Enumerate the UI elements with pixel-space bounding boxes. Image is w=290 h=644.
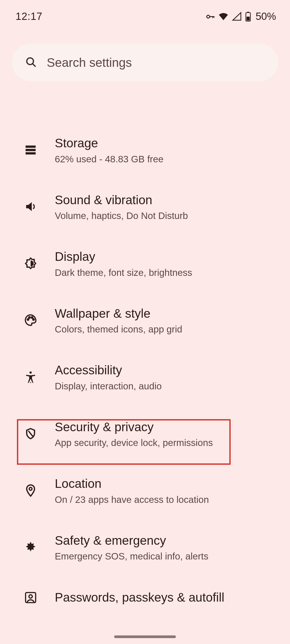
volume-icon [23, 199, 39, 215]
item-title: Safety & emergency [55, 533, 277, 548]
item-title: Passwords, passkeys & autofill [55, 590, 277, 605]
item-title: Storage [55, 136, 277, 151]
settings-item-wallpaper[interactable]: Wallpaper & style Colors, themed icons, … [0, 292, 290, 349]
vpn-key-icon [205, 11, 215, 22]
signal-icon [231, 11, 242, 22]
item-subtitle: Volume, haptics, Do Not Disturb [55, 210, 277, 221]
settings-item-accessibility[interactable]: Accessibility Display, interaction, audi… [0, 349, 290, 405]
settings-item-display[interactable]: Display Dark theme, font size, brightnes… [0, 235, 290, 292]
search-settings[interactable]: Search settings [12, 44, 278, 81]
settings-item-storage[interactable]: Storage 62% used - 48.83 GB free [0, 122, 290, 178]
status-time: 12:17 [16, 11, 42, 22]
svg-point-11 [31, 317, 33, 319]
brightness-icon [23, 255, 39, 272]
svg-point-9 [27, 319, 29, 320]
settings-item-location[interactable]: Location On / 23 apps have access to loc… [0, 462, 290, 519]
nav-handle[interactable] [114, 635, 176, 638]
item-title: Security & privacy [55, 419, 277, 435]
item-title: Wallpaper & style [55, 306, 277, 321]
settings-item-security[interactable]: Security & privacy App security, device … [0, 405, 290, 462]
palette-icon [23, 312, 39, 328]
svg-rect-8 [26, 152, 36, 154]
accessibility-icon [23, 369, 39, 385]
svg-rect-3 [247, 17, 250, 20]
account-box-icon [23, 590, 39, 606]
status-bar: 12:17 50% [0, 0, 290, 27]
search-icon [25, 56, 37, 69]
status-icons: 50% [205, 11, 276, 22]
svg-rect-2 [247, 12, 249, 13]
storage-icon [23, 142, 39, 158]
shield-icon [23, 426, 39, 442]
svg-point-16 [29, 487, 32, 490]
svg-line-15 [28, 431, 33, 437]
item-subtitle: Dark theme, font size, brightness [55, 267, 277, 278]
search-placeholder: Search settings [47, 55, 132, 70]
svg-rect-6 [26, 145, 36, 148]
settings-item-passwords[interactable]: Passwords, passkeys & autofill [0, 576, 290, 620]
svg-line-5 [32, 64, 35, 66]
item-subtitle: App security, device lock, permissions [55, 437, 277, 448]
settings-item-safety[interactable]: Safety & emergency Emergency SOS, medica… [0, 519, 290, 576]
item-title: Sound & vibration [55, 192, 277, 208]
wifi-icon [218, 11, 229, 22]
battery-icon [245, 11, 251, 22]
item-title: Location [55, 476, 277, 492]
svg-point-12 [33, 319, 34, 320]
location-icon [23, 482, 39, 499]
svg-point-0 [207, 15, 210, 18]
svg-point-10 [29, 317, 30, 319]
item-title: Accessibility [55, 363, 277, 378]
item-subtitle: Colors, themed icons, app grid [55, 324, 277, 335]
item-subtitle: Display, interaction, audio [55, 381, 277, 391]
emergency-icon [23, 539, 39, 555]
item-subtitle: 62% used - 48.83 GB free [55, 154, 277, 164]
item-subtitle: Emergency SOS, medical info, alerts [55, 551, 277, 562]
settings-item-sound[interactable]: Sound & vibration Volume, haptics, Do No… [0, 178, 290, 235]
svg-point-18 [29, 595, 32, 598]
svg-rect-7 [26, 149, 36, 151]
item-title: Display [55, 249, 277, 265]
svg-point-13 [30, 371, 32, 374]
battery-percent: 50% [256, 11, 276, 22]
settings-list: Storage 62% used - 48.83 GB free Sound &… [0, 122, 290, 620]
item-subtitle: On / 23 apps have access to location [55, 494, 277, 505]
